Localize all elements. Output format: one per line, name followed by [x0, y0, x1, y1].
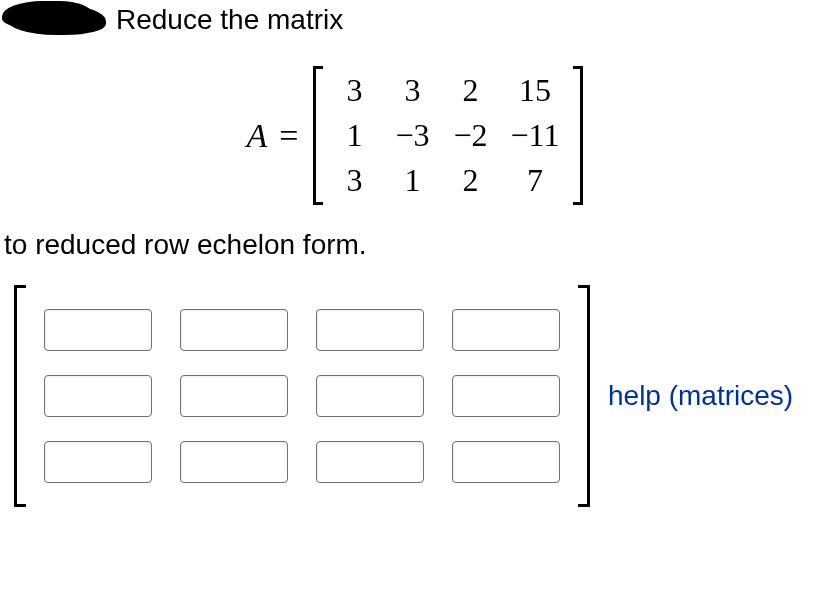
- answer-cell-0-0[interactable]: [44, 309, 152, 351]
- answer-right-bracket: [578, 285, 590, 507]
- matrix-right-bracket: [573, 66, 583, 205]
- matrix-cell: 7: [511, 162, 560, 199]
- answer-matrix-wrap: [14, 285, 590, 507]
- answer-cell-1-2[interactable]: [316, 375, 424, 417]
- answer-cell-2-2[interactable]: [316, 441, 424, 483]
- matrix-cell: 2: [453, 72, 489, 109]
- matrix-cell: 3: [337, 162, 373, 199]
- problem-header: Reduce the matrix: [0, 0, 830, 36]
- answer-cell-2-0[interactable]: [44, 441, 152, 483]
- matrix-cell: 15: [511, 72, 560, 109]
- matrix-cell: 1: [337, 117, 373, 154]
- obscured-number-scribble: [6, 5, 106, 35]
- to-rref-text: to reduced row echelon form.: [4, 229, 830, 261]
- matrix-display: A = 3 3 2 15 1 −3 −2 −11 3 1 2 7: [0, 66, 830, 205]
- matrix-bracket-wrap: 3 3 2 15 1 −3 −2 −11 3 1 2 7: [313, 66, 584, 205]
- matrix-cell: −11: [511, 117, 560, 154]
- answer-grid: [26, 285, 578, 507]
- answer-cell-0-3[interactable]: [452, 309, 560, 351]
- answer-left-bracket: [14, 285, 26, 507]
- answer-cell-1-3[interactable]: [452, 375, 560, 417]
- matrix-cell: −2: [453, 117, 489, 154]
- matrix-cell: 2: [453, 162, 489, 199]
- matrix-left-bracket: [313, 66, 323, 205]
- answer-cell-1-1[interactable]: [180, 375, 288, 417]
- answer-cell-2-1[interactable]: [180, 441, 288, 483]
- answer-cell-2-3[interactable]: [452, 441, 560, 483]
- answer-cell-0-2[interactable]: [316, 309, 424, 351]
- answer-cell-0-1[interactable]: [180, 309, 288, 351]
- matrix-cell: 3: [395, 72, 431, 109]
- problem-intro-text: Reduce the matrix: [116, 4, 343, 36]
- answer-cell-1-0[interactable]: [44, 375, 152, 417]
- matrix-cell: 1: [395, 162, 431, 199]
- matrix-cell: 3: [337, 72, 373, 109]
- matrix-variable-label: A: [247, 117, 268, 155]
- answer-row: help (matrices): [0, 285, 830, 507]
- matrix-cell: −3: [395, 117, 431, 154]
- matrix-grid: 3 3 2 15 1 −3 −2 −11 3 1 2 7: [323, 66, 574, 205]
- help-matrices-link[interactable]: help (matrices): [608, 380, 793, 412]
- equals-sign: =: [279, 117, 298, 155]
